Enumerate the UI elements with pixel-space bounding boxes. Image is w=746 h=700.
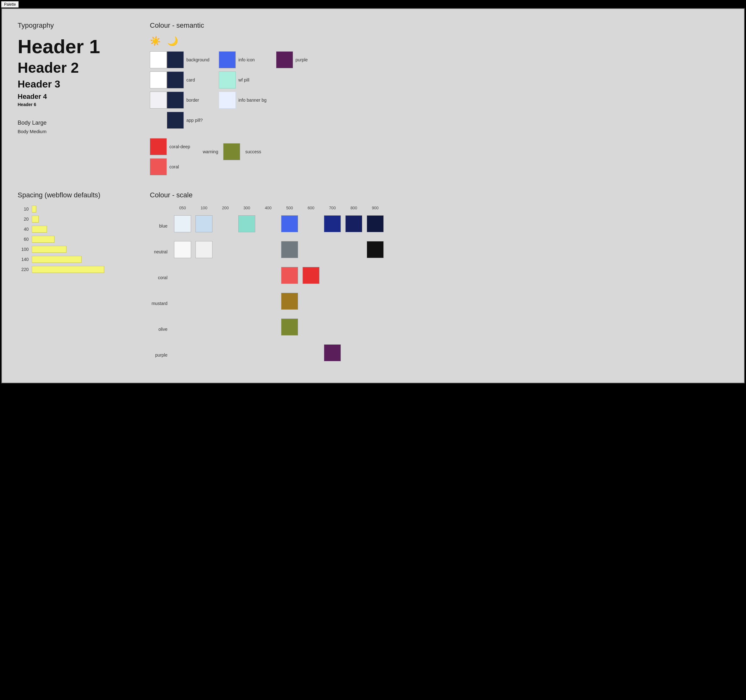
label-purple: purple <box>296 57 308 62</box>
colour-semantic-section: Colour - semantic ☀️ 🌙 background <box>150 21 728 175</box>
body-large: Body Large <box>18 120 131 126</box>
spacing-bar-100 <box>32 246 66 253</box>
semantic-middle-column: info icon wf pill info banner bg <box>219 51 266 132</box>
scale-row-purple: purple <box>150 344 728 366</box>
col-header-100: 100 <box>193 206 215 210</box>
label-card: card <box>186 77 195 83</box>
theme-icons: ☀️ 🌙 <box>150 36 728 46</box>
colour-scale-title: Colour - scale <box>150 191 728 199</box>
header-4: Header 4 <box>18 93 131 101</box>
spacing-row-40: 40 <box>18 226 131 233</box>
label-warning: warning <box>203 149 218 154</box>
colour-row-info-banner-bg: info banner bg <box>219 92 266 108</box>
swatch-purple <box>276 51 293 68</box>
swatch-background-light <box>150 51 167 68</box>
window-title: Palette <box>1 1 18 8</box>
col-header-050: 050 <box>172 206 193 210</box>
swatch-pair-background <box>150 51 184 68</box>
spacing-row-100: 100 <box>18 246 131 253</box>
semantic-right-column: purple <box>276 51 308 132</box>
spacing-label-100: 100 <box>18 247 29 252</box>
colour-row-background: background <box>150 51 209 68</box>
swatch-info-banner-bg <box>219 92 236 108</box>
colour-row-coral-deep: coral-deep <box>150 138 190 155</box>
spacing-row-20: 20 <box>18 216 131 222</box>
window-title-bar: Palette <box>1 1 745 8</box>
spacing-row-140: 140 <box>18 256 131 263</box>
label-info-icon: info icon <box>238 57 255 62</box>
spacing-row-220: 220 <box>18 266 131 273</box>
header-3: Header 3 <box>18 78 131 90</box>
colour-row-wf-pill: wf pill <box>219 71 266 89</box>
header-6: Header 6 <box>18 102 131 107</box>
swatch-info-icon <box>219 51 236 68</box>
col-header-200: 200 <box>215 206 236 210</box>
spacing-bar-60 <box>32 236 54 243</box>
colour-semantic-title: Colour - semantic <box>150 21 728 30</box>
spacing-bar-10 <box>32 206 36 212</box>
label-background: background <box>186 57 209 62</box>
spacing-row-60: 60 <box>18 236 131 243</box>
swatch-border-dark <box>167 92 184 108</box>
label-success: success <box>245 149 261 154</box>
label-wf-pill: wf pill <box>238 77 249 83</box>
label-border: border <box>186 98 199 103</box>
scale-row-neutral: neutral <box>150 241 728 263</box>
spacing-label-140: 140 <box>18 257 29 262</box>
header-2: Header 2 <box>18 60 131 76</box>
swatch-pair-card <box>150 71 184 89</box>
swatch-coral-deep <box>150 138 167 155</box>
scale-label-neutral: neutral <box>150 249 172 254</box>
scale-row-blue: blue <box>150 215 728 237</box>
spacing-label-40: 40 <box>18 227 29 232</box>
col-header-400: 400 <box>257 206 279 210</box>
colour-row-coral: coral <box>150 158 190 175</box>
colour-row-card: card <box>150 71 209 89</box>
colour-scale-section: Colour - scale 050 100 200 300 400 500 6… <box>150 191 728 370</box>
moon-icon: 🌙 <box>167 36 178 46</box>
spacing-label-220: 220 <box>18 267 29 272</box>
scale-label-blue: blue <box>150 224 172 228</box>
spacing-label-20: 20 <box>18 216 29 222</box>
col-header-700: 700 <box>322 206 343 210</box>
swatch-card-light <box>150 71 167 89</box>
swatch-card-dark <box>167 71 184 89</box>
typography-title: Typography <box>18 21 131 30</box>
scale-label-mustard: mustard <box>150 301 172 306</box>
colour-row-border: border <box>150 92 209 108</box>
scale-label-olive: olive <box>150 327 172 332</box>
swatch-background-dark <box>167 51 184 68</box>
warning-success-column: warning success <box>203 143 261 160</box>
spacing-bar-20 <box>32 216 39 222</box>
spacing-row-10: 10 <box>18 206 131 212</box>
swatch-success <box>223 143 240 160</box>
spacing-bar-220 <box>32 266 104 273</box>
body-medium: Body Medium <box>18 129 131 134</box>
sun-icon: ☀️ <box>150 36 161 46</box>
col-header-600: 600 <box>300 206 322 210</box>
semantic-left-column: background card <box>150 51 209 132</box>
main-container: Typography Header 1 Header 2 Header 3 He… <box>1 8 745 383</box>
spacing-label-60: 60 <box>18 237 29 242</box>
scale-label-purple: purple <box>150 353 172 358</box>
spacing-section: Spacing (webflow defaults) 10 20 40 60 <box>18 191 131 370</box>
spacing-bar-40 <box>32 226 47 233</box>
swatch-border-light <box>150 92 167 108</box>
top-section: Typography Header 1 Header 2 Header 3 He… <box>18 21 728 175</box>
spacing-bar-140 <box>32 256 81 263</box>
spacing-rows: 10 20 40 60 100 <box>18 206 131 273</box>
header-1: Header 1 <box>18 36 131 57</box>
col-header-500: 500 <box>279 206 300 210</box>
colour-row-purple: purple <box>276 51 308 68</box>
bottom-section: Spacing (webflow defaults) 10 20 40 60 <box>18 191 728 370</box>
spacing-label-10: 10 <box>18 206 29 212</box>
col-header-800: 800 <box>343 206 364 210</box>
col-header-300: 300 <box>236 206 257 210</box>
label-coral: coral <box>169 164 179 169</box>
colour-row-app-pill: app pill? <box>150 112 209 129</box>
scale-row-mustard: mustard <box>150 293 728 314</box>
typography-section: Typography Header 1 Header 2 Header 3 He… <box>18 21 131 175</box>
scale-row-coral: coral <box>150 267 728 288</box>
label-coral-deep: coral-deep <box>169 144 190 149</box>
swatch-pair-border <box>150 92 184 108</box>
